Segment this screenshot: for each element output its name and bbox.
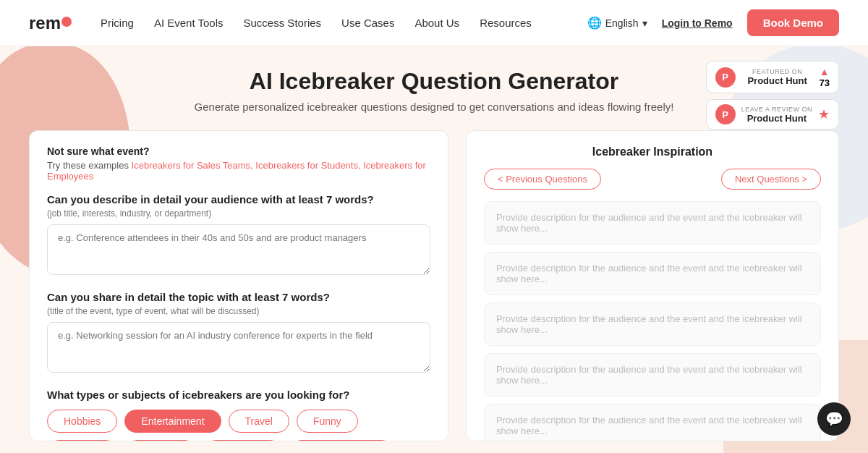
type-btn-reflective[interactable]: Reflective: [204, 440, 281, 441]
topic-input[interactable]: [47, 322, 430, 373]
prev-questions-button[interactable]: < Previous Questions: [484, 169, 601, 190]
type-btn-have-you-ever?[interactable]: Have you ever?: [289, 440, 393, 441]
not-sure-title: Not sure what event?: [47, 145, 150, 157]
type-btn-hobbies[interactable]: Hobbies: [47, 410, 117, 433]
logo-text: rem: [29, 13, 61, 33]
language-label: English: [605, 17, 639, 29]
nav-buttons: < Previous Questions Next Questions >: [484, 169, 821, 190]
icebreaker-cards-container: Provide description for the audience and…: [484, 201, 821, 441]
nav-link-resources[interactable]: Resources: [480, 17, 532, 29]
icebreakers-students-link[interactable]: Icebreakers for Students,: [255, 160, 360, 171]
nav-link-use-cases[interactable]: Use Cases: [341, 17, 394, 29]
language-selector[interactable]: 🌐 English ▾: [587, 16, 647, 30]
icebreaker-card-4: Provide description for the audience and…: [484, 404, 821, 441]
nav-link-pricing[interactable]: Pricing: [101, 17, 134, 29]
ph-badge-review-text: LEAVE A REVIEW ON Product Hunt: [741, 106, 812, 124]
main-layout: Not sure what event? Try these examples …: [29, 130, 839, 441]
topic-sublabel: (title of the event, type of event, what…: [47, 306, 430, 316]
ph-star-icon: ★: [818, 106, 830, 122]
ph-icon-featured: P: [715, 67, 736, 88]
type-btn-creative[interactable]: Creative: [47, 440, 118, 441]
type-btn-inspiring[interactable]: Inspiring: [125, 440, 197, 441]
audience-input[interactable]: [47, 224, 430, 275]
ph-badge-featured[interactable]: P FEATURED ON Product Hunt ▲ 73: [706, 61, 839, 93]
logo-smile: [61, 17, 72, 27]
chat-icon: 💬: [825, 410, 843, 428]
icebreaker-card-2: Provide description for the audience and…: [484, 302, 821, 346]
type-buttons-container: HobbiesEntertainmentTravelFunnyCreativeI…: [47, 410, 430, 441]
nav-link-about-us[interactable]: About Us: [414, 17, 459, 29]
hero-section: AI Icebreaker Question Generator Generat…: [29, 68, 839, 113]
types-label: What types or subjects of icebreakers ar…: [47, 389, 430, 401]
book-demo-button[interactable]: Book Demo: [747, 9, 839, 36]
chat-fab-button[interactable]: 💬: [817, 402, 851, 436]
product-hunt-badges: P FEATURED ON Product Hunt ▲ 73 P LEAVE …: [706, 61, 839, 130]
ph-badge-review[interactable]: P LEAVE A REVIEW ON Product Hunt ★: [706, 99, 839, 130]
chevron-down-icon: ▾: [642, 17, 647, 29]
nav-links: PricingAI Event ToolsSuccess StoriesUse …: [101, 17, 587, 29]
ph-review-label: LEAVE A REVIEW ON: [741, 106, 812, 113]
type-section: What types or subjects of icebreakers ar…: [47, 389, 430, 441]
ph-icon-review: P: [715, 104, 736, 124]
globe-icon: 🌐: [587, 16, 602, 30]
icebreaker-card-3: Provide description for the audience and…: [484, 353, 821, 397]
right-panel-title: Icebreaker Inspiration: [484, 145, 821, 158]
topic-question: Can you share in detail the topic with a…: [47, 291, 430, 303]
nav-link-success-stories[interactable]: Success Stories: [244, 17, 322, 29]
icebreakers-sales-link[interactable]: Icebreakers for Sales Teams,: [132, 160, 253, 171]
ph-score-number: 73: [820, 77, 830, 88]
ph-up-icon: ▲: [820, 66, 830, 77]
ph-featured-name: Product Hunt: [741, 75, 814, 86]
topic-section: Can you share in detail the topic with a…: [47, 291, 430, 376]
next-questions-button[interactable]: Next Questions >: [721, 169, 821, 190]
type-btn-travel[interactable]: Travel: [229, 410, 289, 433]
audience-question: Can you describe in detail your audience…: [47, 193, 430, 206]
navbar: rem PricingAI Event ToolsSuccess Stories…: [0, 0, 868, 46]
page-content: AI Icebreaker Question Generator Generat…: [0, 46, 868, 453]
not-sure-links: Try these examples Icebreakers for Sales…: [47, 160, 430, 182]
ph-review-name: Product Hunt: [741, 113, 812, 124]
logo[interactable]: rem: [29, 13, 72, 33]
not-sure-box: Not sure what event? Try these examples …: [47, 145, 430, 182]
type-btn-funny[interactable]: Funny: [297, 410, 358, 433]
icebreaker-card-0: Provide description for the audience and…: [484, 201, 821, 245]
right-panel: Icebreaker Inspiration < Previous Questi…: [466, 130, 839, 441]
audience-sublabel: (job title, interests, industry, or depa…: [47, 208, 430, 219]
left-panel: Not sure what event? Try these examples …: [29, 130, 448, 441]
nav-link-ai-event-tools[interactable]: AI Event Tools: [154, 17, 224, 29]
ph-score: ▲ 73: [820, 66, 830, 88]
type-btn-entertainment[interactable]: Entertainment: [124, 410, 221, 433]
ph-badge-featured-text: FEATURED ON Product Hunt: [741, 68, 814, 86]
audience-section: Can you describe in detail your audience…: [47, 193, 430, 278]
icebreaker-card-1: Provide description for the audience and…: [484, 252, 821, 295]
ph-featured-label: FEATURED ON: [741, 68, 814, 75]
login-link[interactable]: Login to Remo: [662, 17, 733, 29]
nav-right: 🌐 English ▾ Login to Remo Book Demo: [587, 9, 839, 36]
try-examples-label: Try these examples: [47, 160, 129, 171]
